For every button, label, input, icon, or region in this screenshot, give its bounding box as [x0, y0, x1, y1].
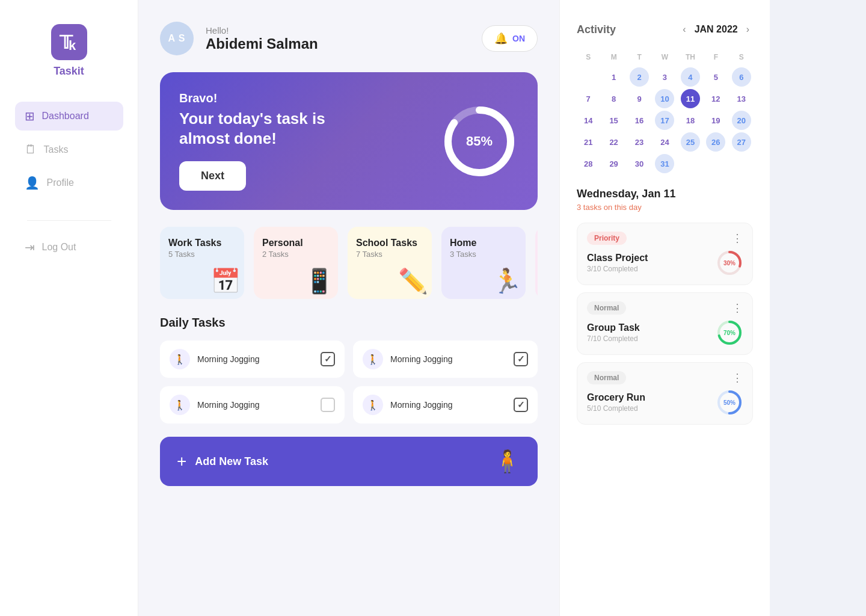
- day-label: S: [577, 49, 600, 65]
- cal-day[interactable]: 1: [604, 67, 624, 87]
- category-ac[interactable]: Ac 🎵: [535, 227, 538, 299]
- cal-day[interactable]: 22: [604, 132, 624, 152]
- cal-day[interactable]: 7: [579, 89, 598, 108]
- calendar-month: ‹ JAN 2022 ›: [679, 22, 753, 37]
- cal-day-today[interactable]: 11: [681, 89, 700, 108]
- task-card-header: Normal ⋮: [587, 371, 743, 384]
- user-name: Abidemi Salman: [206, 35, 318, 52]
- category-home[interactable]: Home 3 Tasks 🏃: [441, 227, 526, 299]
- cat-title: School Tasks: [356, 238, 423, 248]
- task-checkbox[interactable]: [321, 398, 335, 412]
- day-label: S: [730, 49, 753, 65]
- cal-day[interactable]: 29: [604, 154, 624, 173]
- cal-day[interactable]: 12: [706, 89, 725, 108]
- user-info: Hello! Abidemi Salman: [206, 25, 318, 52]
- cal-day[interactable]: 13: [732, 89, 751, 108]
- add-task-bar[interactable]: + Add New Task 🧍: [160, 437, 538, 486]
- task-checkbox[interactable]: [514, 352, 528, 366]
- cal-day[interactable]: 20: [732, 111, 751, 130]
- cal-day[interactable]: 31: [655, 154, 674, 173]
- task-card-body: Group Task 7/10 Completed 70%: [587, 319, 743, 346]
- cal-day[interactable]: 30: [630, 154, 649, 173]
- cal-day[interactable]: 21: [579, 132, 598, 152]
- profile-icon: 👤: [25, 176, 40, 190]
- more-options-icon[interactable]: ⋮: [732, 301, 743, 315]
- cal-day[interactable]: 25: [681, 132, 700, 152]
- next-month-button[interactable]: ›: [743, 22, 753, 37]
- sidebar-item-profile[interactable]: 👤 Profile: [15, 168, 123, 197]
- cal-day[interactable]: 3: [655, 67, 674, 87]
- cal-day[interactable]: 17: [655, 111, 674, 130]
- priority-badge: Normal: [587, 301, 626, 315]
- activity-label: Activity: [577, 23, 616, 36]
- svg-text:k: k: [69, 38, 76, 53]
- category-work[interactable]: Work Tasks 5 Tasks 📅: [160, 227, 244, 299]
- task-completed: 5/10 Completed: [587, 404, 645, 413]
- task-checkbox[interactable]: [321, 352, 335, 366]
- task-completed: 7/10 Completed: [587, 334, 640, 343]
- cal-day[interactable]: 5: [706, 67, 725, 87]
- cal-day[interactable]: 2: [630, 67, 649, 87]
- cal-day[interactable]: 16: [630, 111, 649, 130]
- header: A S Hello! Abidemi Salman 🔔 ON: [160, 22, 538, 55]
- cal-day[interactable]: 23: [630, 132, 649, 152]
- task-card-info: Class Project 3/10 Completed: [587, 253, 648, 273]
- activity-date: Wednesday, Jan 11: [577, 188, 753, 200]
- cat-image: 📅: [210, 267, 241, 295]
- cal-day[interactable]: 15: [604, 111, 624, 130]
- activity-sub: 3 tasks on this day: [577, 203, 753, 212]
- prev-month-button[interactable]: ‹: [679, 22, 689, 37]
- task-card-info: Grocery Run 5/10 Completed: [587, 392, 645, 413]
- notif-status: ON: [512, 34, 525, 43]
- progress-card: Bravo! Your today's task is almost done!…: [160, 72, 538, 210]
- cal-day[interactable]: 14: [579, 111, 598, 130]
- task-icon: 🚶: [363, 349, 383, 369]
- cal-day[interactable]: 27: [732, 132, 751, 152]
- dashboard-icon: ⊞: [25, 109, 35, 123]
- task-icon: 🚶: [363, 395, 383, 415]
- add-task-image: 🧍: [494, 449, 521, 474]
- tasks-grid: 🚶 Morning Jogging 🚶 Morning Jogging 🚶 Mo…: [160, 340, 538, 424]
- cat-title: Work Tasks: [168, 238, 236, 248]
- calendar-header: Activity ‹ JAN 2022 ›: [577, 22, 753, 37]
- progress-percent: 85%: [466, 134, 493, 149]
- cal-day[interactable]: 18: [681, 111, 700, 130]
- task-checkbox[interactable]: [514, 398, 528, 412]
- tasks-icon: 🗒: [25, 143, 37, 156]
- cat-count: 5 Tasks: [168, 250, 236, 259]
- priority-badge: Priority: [587, 232, 627, 245]
- bravo-text: Bravo!: [179, 91, 325, 105]
- cal-day[interactable]: 6: [732, 67, 751, 87]
- cal-day[interactable]: 26: [706, 132, 725, 152]
- task-label: Morning Jogging: [197, 354, 313, 364]
- notification-button[interactable]: 🔔 ON: [482, 25, 538, 52]
- task-card-header: Normal ⋮: [587, 301, 743, 315]
- cal-day[interactable]: 10: [655, 89, 674, 108]
- sidebar-divider: [27, 220, 111, 221]
- next-button[interactable]: Next: [179, 161, 246, 191]
- cal-day[interactable]: 28: [579, 154, 598, 173]
- task-item: 🚶 Morning Jogging: [353, 386, 538, 424]
- cal-day[interactable]: 4: [681, 67, 700, 87]
- more-options-icon[interactable]: ⋮: [732, 232, 743, 245]
- cat-count: 3 Tasks: [450, 250, 517, 259]
- more-options-icon[interactable]: ⋮: [732, 371, 743, 384]
- logout-button[interactable]: ⇥ Log Out: [15, 233, 123, 262]
- sidebar-item-dashboard[interactable]: ⊞ Dashboard: [15, 102, 123, 131]
- day-label: M: [602, 49, 625, 65]
- category-personal[interactable]: Personal 2 Tasks 📱: [254, 227, 338, 299]
- cal-day[interactable]: 8: [604, 89, 624, 108]
- sidebar-item-tasks[interactable]: 🗒 Tasks: [15, 135, 123, 164]
- task-progress-circle: 50%: [716, 389, 743, 416]
- calendar-grid: S M T W TH F S 1 2 3 4 5 6 7 8 9 10 11 1…: [577, 49, 753, 173]
- cal-day[interactable]: 24: [655, 132, 674, 152]
- day-label: F: [704, 49, 727, 65]
- cal-day[interactable]: 19: [706, 111, 725, 130]
- activity-task-card: Normal ⋮ Group Task 7/10 Completed 70%: [577, 292, 753, 355]
- activity-task-card: Priority ⋮ Class Project 3/10 Completed …: [577, 223, 753, 285]
- add-task-left: + Add New Task: [177, 452, 268, 471]
- task-card-title: Grocery Run: [587, 392, 645, 403]
- logout-label: Log Out: [42, 242, 76, 253]
- category-school[interactable]: School Tasks 7 Tasks ✏️: [348, 227, 432, 299]
- cal-day[interactable]: 9: [630, 89, 649, 108]
